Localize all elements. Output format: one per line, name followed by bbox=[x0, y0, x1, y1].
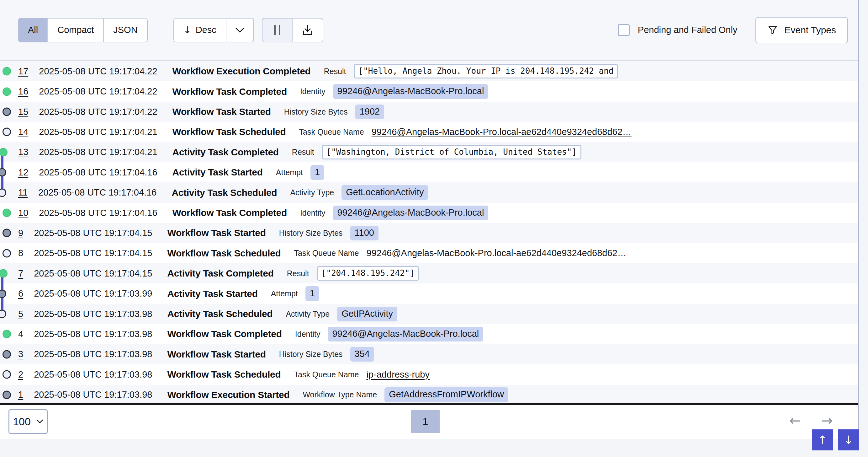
event-timestamp: 2025-05-08 UTC 19:17:04.16 bbox=[38, 188, 156, 198]
event-attribute-label: Workflow Type Name bbox=[303, 390, 377, 399]
event-row[interactable]: 7 2025-05-08 UTC 19:17:04.15 Activity Ta… bbox=[0, 263, 858, 283]
event-row[interactable]: 6 2025-05-08 UTC 19:17:03.99 Activity Ta… bbox=[0, 283, 858, 304]
event-row[interactable]: 12 2025-05-08 UTC 19:17:04.16 Activity T… bbox=[0, 162, 858, 182]
event-attribute-value: 354 bbox=[350, 347, 374, 362]
previous-page-arrow[interactable]: ← bbox=[789, 414, 801, 428]
event-row[interactable]: 17 2025-05-08 UTC 19:17:04.22 Workflow E… bbox=[0, 61, 858, 81]
sort-expand-button[interactable] bbox=[226, 19, 253, 42]
event-attribute-label: Activity Type bbox=[286, 310, 330, 319]
event-id-link[interactable]: 4 bbox=[18, 329, 23, 339]
event-id-link[interactable]: 10 bbox=[18, 208, 28, 218]
event-attribute-label: Identity bbox=[300, 208, 326, 218]
event-name: Workflow Task Started bbox=[167, 228, 266, 238]
pending-failed-label: Pending and Failed Only bbox=[638, 25, 738, 35]
event-id-link[interactable]: 13 bbox=[18, 147, 28, 157]
event-attribute-label: Identity bbox=[295, 330, 320, 339]
view-mode-json-button[interactable]: JSON bbox=[104, 19, 147, 42]
pause-icon bbox=[274, 25, 276, 35]
event-id-link[interactable]: 11 bbox=[18, 188, 28, 198]
event-id-link[interactable]: 14 bbox=[18, 127, 28, 137]
pending-failed-checkbox[interactable] bbox=[618, 24, 630, 36]
event-timestamp: 2025-05-08 UTC 19:17:04.22 bbox=[39, 66, 157, 77]
event-status-dot bbox=[0, 289, 6, 298]
event-types-label: Event Types bbox=[784, 25, 836, 35]
event-attribute-label: Result bbox=[324, 67, 346, 76]
page-number-button[interactable]: 1 bbox=[411, 410, 440, 433]
event-id-link[interactable]: 6 bbox=[18, 288, 23, 299]
sort-order-group: ↓ Desc bbox=[174, 18, 254, 42]
event-row[interactable]: 3 2025-05-08 UTC 19:17:03.98 Workflow Ta… bbox=[0, 344, 858, 364]
download-icon bbox=[302, 24, 314, 36]
event-timestamp: 2025-05-08 UTC 19:17:04.15 bbox=[34, 248, 152, 258]
event-status-dot bbox=[2, 391, 11, 399]
event-timestamp: 2025-05-08 UTC 19:17:04.22 bbox=[39, 86, 157, 97]
event-row[interactable]: 11 2025-05-08 UTC 19:17:04.16 Activity T… bbox=[0, 182, 858, 202]
event-name: Workflow Task Scheduled bbox=[167, 369, 281, 380]
event-name: Activity Task Completed bbox=[167, 268, 274, 279]
event-id-link[interactable]: 1 bbox=[18, 390, 23, 400]
event-name: Workflow Task Started bbox=[167, 349, 266, 360]
event-id-link[interactable]: 2 bbox=[18, 369, 23, 380]
event-status-dot bbox=[0, 269, 7, 278]
event-attribute-value[interactable]: 99246@Angelas-MacBook-Pro.local-ae62d440… bbox=[372, 127, 631, 137]
view-mode-compact-button[interactable]: Compact bbox=[48, 19, 104, 42]
event-timestamp: 2025-05-08 UTC 19:17:04.16 bbox=[39, 167, 157, 178]
next-page-arrow[interactable]: → bbox=[821, 414, 833, 428]
event-status-dot bbox=[2, 108, 11, 116]
event-attribute-label: History Size Bytes bbox=[279, 229, 343, 237]
event-types-button[interactable]: Event Types bbox=[755, 17, 848, 43]
event-attribute-label: History Size Bytes bbox=[279, 350, 343, 359]
event-attribute-label: Task Queue Name bbox=[294, 370, 359, 379]
event-row[interactable]: 15 2025-05-08 UTC 19:17:04.22 Workflow T… bbox=[0, 102, 858, 122]
event-name: Workflow Execution Started bbox=[167, 390, 289, 400]
event-row[interactable]: 4 2025-05-08 UTC 19:17:03.98 Workflow Ta… bbox=[0, 324, 858, 344]
event-attribute-label: Task Queue Name bbox=[294, 249, 359, 258]
event-row[interactable]: 8 2025-05-08 UTC 19:17:04.15 Workflow Ta… bbox=[0, 243, 858, 263]
download-button[interactable] bbox=[292, 19, 323, 42]
event-timestamp: 2025-05-08 UTC 19:17:03.98 bbox=[34, 390, 152, 400]
event-timestamp: 2025-05-08 UTC 19:17:04.15 bbox=[34, 268, 152, 279]
event-attribute-value: 1902 bbox=[355, 105, 384, 119]
event-attribute-value: 99246@Angelas-MacBook-Pro.local bbox=[328, 327, 483, 342]
event-row[interactable]: 13 2025-05-08 UTC 19:17:04.21 Activity T… bbox=[0, 142, 858, 162]
event-status-dot bbox=[2, 370, 11, 379]
event-attribute-value[interactable]: 99246@Angelas-MacBook-Pro.local-ae62d440… bbox=[367, 248, 626, 258]
scroll-to-bottom-button[interactable]: ↓ bbox=[838, 429, 859, 450]
view-mode-group: All Compact JSON bbox=[18, 18, 148, 42]
event-history-table: 17 2025-05-08 UTC 19:17:04.22 Workflow E… bbox=[0, 61, 858, 405]
event-timestamp: 2025-05-08 UTC 19:17:03.98 bbox=[34, 329, 152, 339]
event-id-link[interactable]: 5 bbox=[18, 309, 23, 319]
event-id-link[interactable]: 12 bbox=[18, 167, 28, 178]
event-row[interactable]: 1 2025-05-08 UTC 19:17:03.98 Workflow Ex… bbox=[0, 385, 858, 405]
event-row[interactable]: 5 2025-05-08 UTC 19:17:03.98 Activity Ta… bbox=[0, 304, 858, 324]
event-id-link[interactable]: 15 bbox=[18, 107, 28, 117]
sort-desc-button[interactable]: ↓ Desc bbox=[174, 19, 226, 42]
event-status-dot bbox=[2, 128, 11, 136]
event-id-link[interactable]: 17 bbox=[18, 66, 28, 77]
event-history-toolbar: All Compact JSON ↓ Desc bbox=[0, 0, 858, 61]
pause-button[interactable] bbox=[262, 19, 292, 42]
event-row[interactable]: 10 2025-05-08 UTC 19:17:04.16 Workflow T… bbox=[0, 203, 858, 223]
event-id-link[interactable]: 7 bbox=[18, 268, 23, 279]
event-status-dot bbox=[2, 249, 11, 257]
scroll-to-top-button[interactable]: ↑ bbox=[812, 429, 833, 450]
event-id-link[interactable]: 3 bbox=[18, 349, 23, 360]
event-status-dot bbox=[0, 168, 6, 177]
event-row[interactable]: 14 2025-05-08 UTC 19:17:04.21 Workflow T… bbox=[0, 122, 858, 142]
event-attribute-value[interactable]: ip-address-ruby bbox=[367, 369, 430, 380]
event-attribute-label: Identity bbox=[300, 87, 326, 96]
event-row[interactable]: 16 2025-05-08 UTC 19:17:04.22 Workflow T… bbox=[0, 81, 858, 102]
event-id-link[interactable]: 16 bbox=[18, 86, 28, 97]
event-id-link[interactable]: 9 bbox=[18, 228, 23, 238]
event-status-dot bbox=[2, 350, 11, 359]
event-row[interactable]: 9 2025-05-08 UTC 19:17:04.15 Workflow Ta… bbox=[0, 223, 858, 243]
sort-label: Desc bbox=[196, 25, 216, 35]
event-attribute-value: 1 bbox=[310, 165, 324, 180]
page-size-select[interactable]: 100 bbox=[8, 409, 48, 434]
event-row[interactable]: 2 2025-05-08 UTC 19:17:03.98 Workflow Ta… bbox=[0, 364, 858, 384]
event-attribute-value: 99246@Angelas-MacBook-Pro.local bbox=[333, 84, 489, 99]
event-id-link[interactable]: 8 bbox=[18, 248, 23, 258]
event-status-dot bbox=[2, 67, 11, 76]
view-mode-all-button[interactable]: All bbox=[19, 19, 48, 42]
event-timestamp: 2025-05-08 UTC 19:17:03.98 bbox=[34, 369, 152, 380]
